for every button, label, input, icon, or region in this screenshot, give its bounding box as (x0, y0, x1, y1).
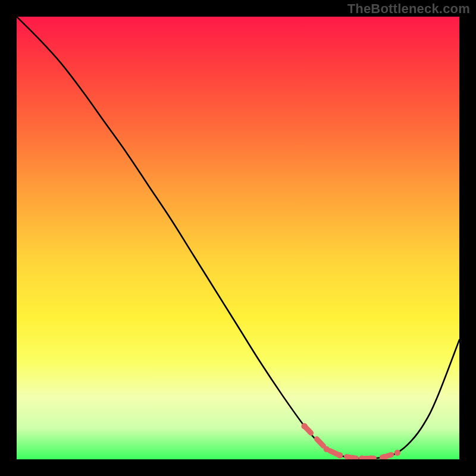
marker-point (337, 452, 343, 458)
highlighted-points (301, 423, 400, 459)
marker-point (301, 423, 307, 429)
chart-svg (17, 17, 459, 459)
watermark-text: TheBottleneck.com (347, 1, 470, 17)
chart-plot-area (17, 17, 459, 459)
marker-point (394, 450, 400, 456)
chart-frame: TheBottleneck.com (0, 0, 476, 476)
marker-point (324, 446, 330, 452)
marker-dash (305, 426, 397, 458)
bottleneck-curve (17, 17, 459, 459)
